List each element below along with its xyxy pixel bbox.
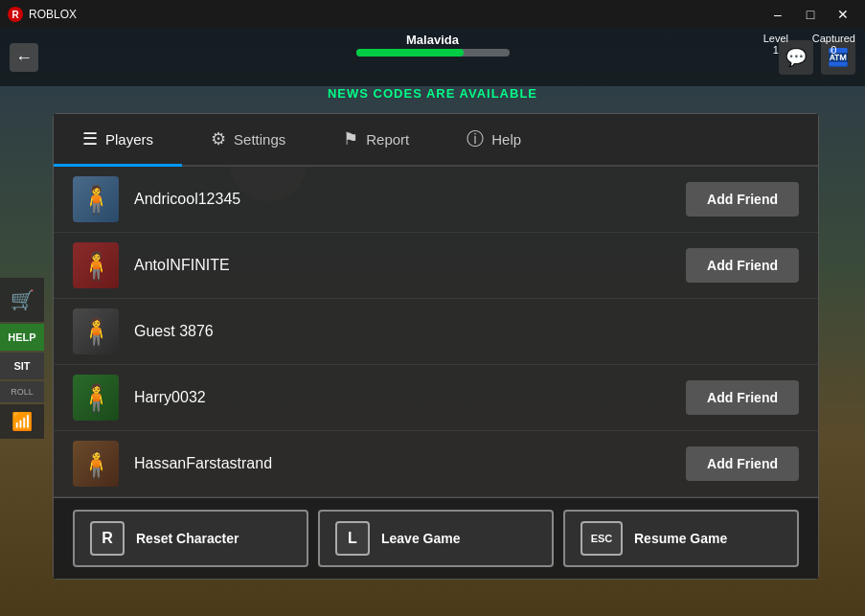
table-row: 🧍 HassanFarstastrand Add Friend [54,431,818,497]
leave-game-label: Leave Game [381,531,461,546]
avatar: 🧍 [73,308,119,354]
leave-key-badge: L [335,521,370,556]
settings-tab-label: Settings [234,131,285,148]
player-name-guest3876: Guest 3876 [134,323,799,340]
player-hud: Malavida [356,33,510,57]
help-sidebar-button[interactable]: HELP [0,324,44,351]
title-bar: R ROBLOX – □ ✕ [0,0,865,29]
back-button[interactable]: ← [10,43,38,72]
report-tab-icon: ⚑ [343,128,358,149]
table-row: 🧍 Guest 3876 [54,299,818,365]
resume-game-label: Resume Game [634,531,727,546]
app-icon: R [8,7,23,22]
help-tab-icon: ⓘ [467,127,484,150]
add-friend-button-harry0032[interactable]: Add Friend [686,380,799,415]
cart-icon[interactable]: 🛒 [0,278,44,322]
tab-players[interactable]: ☰ Players [54,114,182,167]
main-panel: ☰ Players ⚙ Settings ⚑ Report ⓘ Help 🧍 [53,113,819,580]
captured-label: Captured [812,33,855,44]
level-info: Level 1 [763,33,788,56]
players-list: 🧍 Andricool12345 Add Friend 🧍 AntoINFINI… [54,167,818,497]
level-value: 1 [763,44,788,56]
resume-key-badge: ESC [580,521,623,556]
left-sidebar: 🛒 HELP SIT ROLL 📶 [0,278,48,439]
reset-key-badge: R [90,521,125,556]
player-name-andricool: Andricool12345 [134,191,686,208]
avatar: 🧍 [73,441,119,487]
add-friend-button-antoinfinite[interactable]: Add Friend [686,248,799,283]
minimize-button[interactable]: – [763,5,792,24]
captured-info: Captured 0 [812,33,855,56]
table-row: 🧍 Andricool12345 Add Friend [54,167,818,233]
news-banner: NEWS CODES ARE AVAILABLE [0,86,865,101]
tab-settings[interactable]: ⚙ Settings [182,114,314,167]
roll-button[interactable]: ROLL [0,381,44,402]
avatar: 🧍 [73,176,119,222]
report-tab-label: Report [366,131,409,148]
game-top-bar: ← 💬 🏧 Malavida Level 1 Captured 0 [0,29,865,86]
level-label: Level [763,33,788,44]
table-row: 🧍 Harry0032 Add Friend [54,365,818,431]
player-name: Malavida [406,33,459,47]
player-name-hassanfarstastrand: HassanFarstastrand [134,455,686,472]
maximize-button[interactable]: □ [796,5,825,24]
captured-value: 0 [812,44,855,56]
title-bar-left: R ROBLOX [8,7,77,22]
player-name-antoinfinite: AntoINFINITE [134,257,686,274]
player-name-harry0032: Harry0032 [134,389,686,406]
wifi-icon: 📶 [0,404,44,439]
add-friend-button-andricool[interactable]: Add Friend [686,182,799,217]
sit-button[interactable]: SIT [0,353,44,379]
tab-bar: ☰ Players ⚙ Settings ⚑ Report ⓘ Help [54,114,818,167]
window-controls: – □ ✕ [763,5,857,24]
resume-game-button[interactable]: ESC Resume Game [563,510,799,567]
xp-bar-fill [356,49,464,57]
xp-bar [356,49,510,57]
players-tab-label: Players [105,131,153,148]
game-background: ← 💬 🏧 Malavida Level 1 Captured 0 NEWS C… [0,29,865,616]
tab-help[interactable]: ⓘ Help [438,114,550,167]
leave-game-button[interactable]: L Leave Game [318,510,554,567]
add-friend-button-hassanfarstastrand[interactable]: Add Friend [686,446,799,481]
help-tab-label: Help [491,131,521,148]
settings-tab-icon: ⚙ [211,128,226,149]
close-button[interactable]: ✕ [829,5,857,24]
window-title: ROBLOX [29,8,77,21]
reset-character-label: Reset Character [136,531,239,546]
avatar: 🧍 [73,242,119,288]
reset-character-button[interactable]: R Reset Character [73,510,308,567]
tab-report[interactable]: ⚑ Report [314,114,438,167]
bottom-action-bar: R Reset Character L Leave Game ESC Resum… [54,497,818,579]
avatar: 🧍 [73,375,119,421]
players-tab-icon: ☰ [82,128,98,149]
table-row: 🧍 AntoINFINITE Add Friend [54,233,818,299]
